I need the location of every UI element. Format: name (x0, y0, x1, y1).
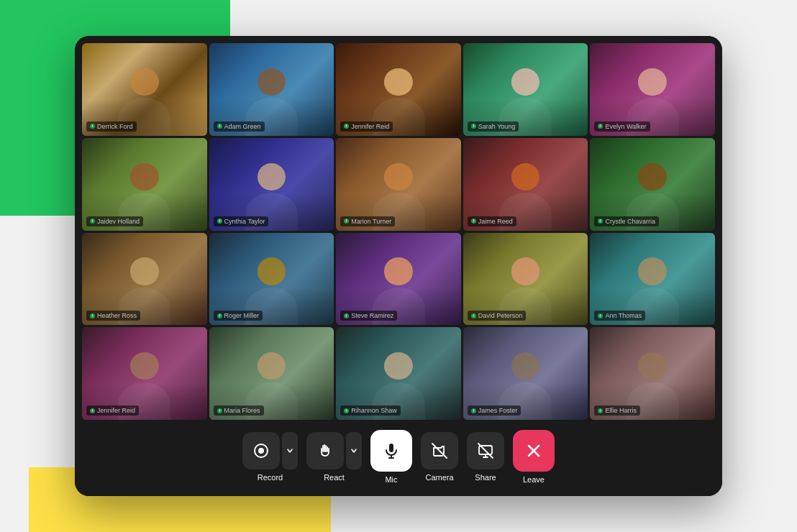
participant-video: Jennifer Reid (82, 327, 207, 420)
participant-name-tag: Evelyn Walker (594, 121, 650, 132)
video-cell: Ellie Harris (590, 327, 715, 420)
participant-name-tag: Maria Flores (214, 405, 264, 416)
camera-btn-row (421, 432, 458, 469)
participant-video: Marion Turner (336, 138, 461, 231)
participant-video: Adam Green (209, 43, 334, 136)
react-label: React (324, 473, 345, 482)
participant-video: Crystle Chavarria (590, 138, 715, 231)
device-wrapper: Derrick FordAdam GreenJennifer ReidSarah… (75, 36, 722, 496)
svg-rect-9 (600, 219, 601, 221)
svg-rect-22 (389, 444, 393, 452)
video-grid: Derrick FordAdam GreenJennifer ReidSarah… (75, 36, 722, 424)
participant-video: James Foster (463, 327, 588, 420)
svg-rect-5 (92, 219, 93, 221)
participant-video: Cynthia Taylor (209, 138, 334, 231)
svg-rect-15 (92, 409, 93, 411)
toolbar: Record React (75, 424, 722, 496)
participant-video: Steve Ramirez (336, 233, 461, 326)
svg-rect-11 (219, 314, 219, 316)
svg-rect-4 (600, 124, 601, 127)
participant-name-tag: Cynthia Taylor (214, 216, 269, 226)
participant-name-tag: Rihannon Shaw (340, 405, 401, 416)
video-cell: Cynthia Taylor (209, 138, 334, 231)
video-cell: Derrick Ford (82, 43, 207, 136)
participant-video: Roger Miller (209, 233, 334, 326)
share-button[interactable] (467, 432, 504, 469)
video-cell: David Peterson (463, 233, 588, 326)
video-cell: Steve Ramirez (336, 233, 461, 326)
share-btn-row (467, 432, 504, 469)
participant-video: Jaidev Holland (82, 138, 207, 231)
video-cell: James Foster (463, 327, 588, 420)
svg-rect-0 (92, 124, 93, 127)
video-cell: Jennifer Reid (336, 43, 461, 136)
svg-rect-6 (219, 219, 219, 221)
participant-name-tag: Ellie Harris (594, 405, 640, 416)
video-cell: Evelyn Walker (590, 43, 715, 136)
mic-btn-row (370, 430, 412, 472)
leave-group: Leave (513, 430, 555, 484)
video-cell: Jennifer Reid (82, 327, 207, 420)
svg-point-21 (258, 448, 264, 454)
video-cell: Heather Ross (82, 233, 207, 326)
participant-name-tag: Jaime Reed (468, 216, 516, 226)
participant-name-tag: Roger Miller (214, 311, 263, 321)
svg-rect-12 (346, 314, 347, 316)
video-call-app: Derrick FordAdam GreenJennifer ReidSarah… (75, 36, 722, 496)
svg-rect-14 (600, 314, 601, 316)
participant-video: David Peterson (463, 233, 588, 326)
video-cell: Adam Green (209, 43, 334, 136)
react-chevron-button[interactable] (346, 432, 362, 469)
participant-video: Sarah Young (463, 43, 588, 136)
record-chevron-button[interactable] (282, 432, 298, 469)
react-button[interactable] (306, 432, 344, 469)
svg-rect-7 (346, 219, 347, 221)
record-button[interactable] (242, 432, 280, 469)
svg-rect-17 (346, 409, 347, 411)
participant-name-tag: Adam Green (214, 121, 265, 132)
participant-name-tag: Heather Ross (86, 311, 140, 321)
video-cell: Rihannon Shaw (336, 327, 461, 420)
svg-rect-16 (219, 409, 219, 411)
participant-name-tag: James Foster (468, 405, 522, 416)
participant-name-tag: Jennifer Reid (86, 405, 139, 416)
svg-rect-1 (219, 124, 219, 127)
svg-rect-19 (600, 409, 601, 411)
react-group: React (306, 432, 362, 482)
mic-label: Mic (385, 475, 397, 484)
participant-name-tag: Ann Thomas (594, 311, 645, 321)
svg-rect-13 (473, 314, 474, 316)
video-cell: Jaidev Holland (82, 138, 207, 231)
video-cell: Jaime Reed (463, 138, 588, 231)
svg-rect-3 (473, 124, 474, 127)
leave-label: Leave (523, 475, 545, 484)
record-btn-row (242, 432, 298, 469)
mic-group: Mic (370, 430, 412, 484)
participant-name-tag: Crystle Chavarria (594, 216, 659, 226)
video-cell: Maria Flores (209, 327, 334, 420)
video-cell: Roger Miller (209, 233, 334, 326)
participant-name-tag: Jennifer Reid (340, 121, 393, 132)
participant-video: Ellie Harris (590, 327, 715, 420)
participant-video: Ann Thomas (590, 233, 715, 326)
record-label: Record (258, 473, 283, 482)
svg-rect-8 (473, 219, 474, 221)
record-group: Record (242, 432, 298, 482)
participant-video: Maria Flores (209, 327, 334, 420)
share-label: Share (475, 473, 496, 482)
camera-button[interactable] (421, 432, 458, 469)
participant-name-tag: Steve Ramirez (340, 311, 397, 321)
camera-group: Camera (421, 432, 458, 482)
participant-name-tag: Jaidev Holland (86, 216, 143, 226)
participant-video: Derrick Ford (82, 43, 207, 136)
share-group: Share (467, 432, 504, 482)
participant-video: Heather Ross (82, 233, 207, 326)
leave-button[interactable] (513, 430, 555, 472)
leave-btn-row (513, 430, 555, 472)
svg-rect-18 (473, 409, 474, 411)
video-cell: Sarah Young (463, 43, 588, 136)
participant-name-tag: Sarah Young (468, 121, 519, 132)
react-btn-row (306, 432, 362, 469)
video-cell: Crystle Chavarria (590, 138, 715, 231)
mic-button[interactable] (370, 430, 412, 472)
